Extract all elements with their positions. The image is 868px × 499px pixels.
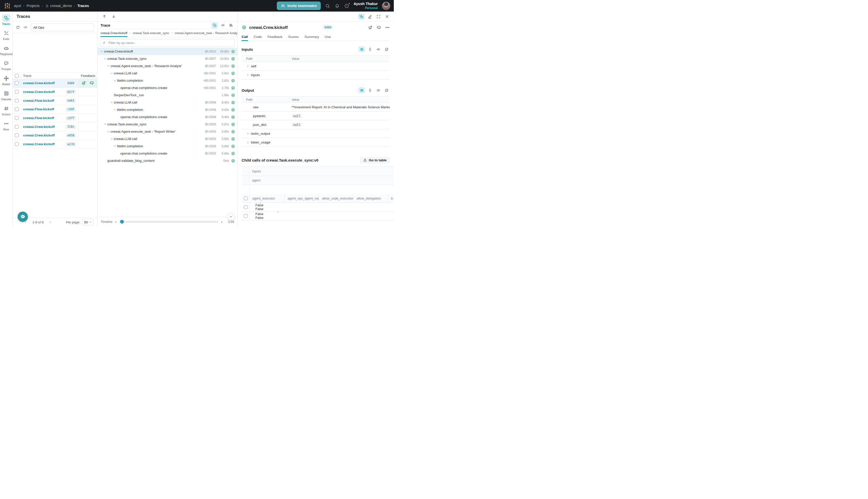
fullscreen-icon[interactable] xyxy=(375,14,382,20)
row-checkbox[interactable] xyxy=(15,90,18,94)
table-row[interactable]: crewai.Crew.kickoff 657f xyxy=(13,88,97,97)
trace-crumb-tab[interactable]: crewai.Task.execute_sync xyxy=(133,29,169,37)
row-checkbox[interactable] xyxy=(244,205,248,209)
trace-tree-icon[interactable] xyxy=(358,14,365,20)
chevron-right-icon[interactable] xyxy=(246,64,249,68)
chevron-right-icon[interactable] xyxy=(246,141,249,144)
table-row[interactable]: crewai.Flow.kickoff c5ff xyxy=(13,114,97,123)
search-icon[interactable] xyxy=(325,3,330,9)
row-checkbox[interactable] xyxy=(15,125,18,129)
span-tree-row[interactable]: crewai.LLM.call <$0.0001 2.82s xyxy=(97,70,237,77)
chevron-down-icon[interactable] xyxy=(110,137,113,141)
trace-link[interactable]: crewai.Crew.kickoff xyxy=(23,142,55,146)
chevron-down-icon[interactable] xyxy=(110,101,113,104)
close-icon[interactable] xyxy=(384,14,390,20)
span-tree-row[interactable]: guardrail-validate_blog_content 0ms xyxy=(97,157,237,164)
table-row[interactable]: 'Report Writer'FalseFalse'E xyxy=(242,203,394,211)
span-tree-row[interactable]: litellm.completion $0.0006 9.40s xyxy=(97,106,237,113)
span-tree-row[interactable]: litellm.completion $0.0003 5.84s xyxy=(97,143,237,150)
span-tree-row[interactable]: crewai.Agent.execute_task - 'Report Writ… xyxy=(97,128,237,135)
inputs-code-view-icon[interactable] xyxy=(375,46,382,52)
row-checkbox[interactable] xyxy=(15,142,18,146)
per-page-select[interactable]: 50 xyxy=(82,219,94,226)
trace-link[interactable]: crewai.Flow.kickoff xyxy=(23,116,54,120)
trace-link[interactable]: crewai.Crew.kickoff xyxy=(23,90,55,94)
user-avatar[interactable] xyxy=(382,2,390,10)
user-menu[interactable]: Ayush Thakur Personal xyxy=(354,2,378,10)
span-tree-row[interactable]: SerperDevTool._run 1.66s xyxy=(97,92,237,99)
row-checkbox[interactable] xyxy=(15,99,18,102)
tab-call[interactable]: Call xyxy=(241,33,248,41)
span-tree-row[interactable]: crewai.LLM.call $0.0003 5.85s xyxy=(97,135,237,143)
comment-icon[interactable] xyxy=(89,81,94,85)
op-filter-input[interactable] xyxy=(109,41,232,45)
inputs-expand-rows-icon[interactable] xyxy=(367,46,373,52)
output-code-view-icon[interactable] xyxy=(375,87,382,93)
table-row[interactable]: crewai.Flow.kickoff eab1 xyxy=(13,96,97,105)
chevron-right-icon[interactable] xyxy=(246,73,249,77)
row-checkbox[interactable] xyxy=(15,116,18,120)
trace-link[interactable]: crewai.Crew.kickoff xyxy=(23,133,55,137)
tab-use[interactable]: Use xyxy=(325,33,331,41)
output-list-view-icon[interactable] xyxy=(358,87,365,93)
span-tree-row[interactable]: crewai.Crew.kickoff $0.0010 19.83s xyxy=(97,48,237,55)
breadcrumb-entity[interactable]: ayut xyxy=(14,4,21,8)
ops-filter-dropdown[interactable]: All Ops xyxy=(30,24,94,31)
table-row[interactable]: crewai.Crew.kickoff 9d89 xyxy=(13,79,97,88)
trace-crumb-tab[interactable]: crewai.Agent.execute_task - 'Research An… xyxy=(175,29,237,37)
span-tree-row[interactable]: openai.chat.completions.create <$0.0001 … xyxy=(97,84,237,92)
row-checkbox[interactable] xyxy=(15,133,18,137)
code-icon[interactable] xyxy=(220,22,226,28)
table-row[interactable]: crewai.Crew.kickoff e058 xyxy=(13,131,97,140)
breadcrumb-projects[interactable]: Projects xyxy=(26,4,39,8)
timeline-prev-icon[interactable]: ‹ xyxy=(115,220,116,224)
span-tree-row[interactable]: openai.chat.completions.create $0.0006 9… xyxy=(97,113,237,121)
add-reaction-icon[interactable] xyxy=(82,81,86,85)
row-checkbox[interactable] xyxy=(15,81,18,85)
sidebar-item-more[interactable]: More xyxy=(0,120,13,135)
tab-code[interactable]: Code xyxy=(254,33,262,41)
output-expand-rows-icon[interactable] xyxy=(367,87,373,93)
trace-link[interactable]: crewai.Crew.kickoff xyxy=(23,81,55,85)
table-row[interactable]: 'Research Analyst'FalseFalse'E xyxy=(242,211,394,220)
span-tree-row[interactable]: crewai.Task.execute_sync $0.0003 5.87s xyxy=(97,121,237,128)
span-tree-row[interactable]: crewai.Agent.execute_task - 'Research An… xyxy=(97,62,237,70)
flame-graph-icon[interactable] xyxy=(228,22,234,28)
chevron-down-icon[interactable] xyxy=(107,130,110,133)
invite-teammates-button[interactable]: Invite teammates xyxy=(277,1,321,10)
trace-link[interactable]: crewai.Flow.kickoff xyxy=(23,107,54,111)
chevron-right-icon[interactable] xyxy=(246,132,249,135)
add-reaction-icon[interactable] xyxy=(368,25,373,30)
arrow-up-icon[interactable] xyxy=(102,14,107,19)
comment-icon[interactable] xyxy=(376,25,381,30)
trace-crumb-tab[interactable]: crewai.Crew.kickoff xyxy=(100,29,127,37)
span-tree-row[interactable]: crewai.LLM.call $0.0006 9.40s xyxy=(97,99,237,106)
arrow-down-icon[interactable] xyxy=(112,14,116,19)
tab-scores[interactable]: Scores xyxy=(288,33,299,41)
sidebar-item-scorers[interactable]: Scorers xyxy=(0,105,13,120)
more-icon[interactable] xyxy=(385,25,390,30)
sidebar-item-datasets[interactable]: Datasets xyxy=(0,89,13,105)
select-all-checkbox[interactable] xyxy=(244,196,248,200)
table-row[interactable]: crewai.Crew.kickoff a17d xyxy=(13,140,97,149)
chevron-down-icon[interactable] xyxy=(110,72,113,75)
support-chat-button[interactable] xyxy=(17,211,28,222)
help-icon[interactable]: ? xyxy=(344,3,349,9)
go-to-table-button[interactable]: Go to table xyxy=(360,157,390,163)
span-tree-row[interactable]: crewai.Task.execute_sync $0.0007 13.92s xyxy=(97,55,237,62)
span-tree-row[interactable]: litellm.completion <$0.0001 2.82s xyxy=(97,77,237,84)
select-all-checkbox[interactable] xyxy=(15,74,18,78)
timeline-slider-thumb[interactable] xyxy=(120,220,124,223)
sidebar-item-models[interactable]: Models xyxy=(0,74,13,89)
chevron-down-icon[interactable] xyxy=(100,50,103,53)
sidebar-item-playground[interactable]: Playground xyxy=(0,44,13,59)
row-checkbox[interactable] xyxy=(15,107,18,111)
breadcrumb-project[interactable]: crewai_demo xyxy=(50,4,72,8)
call-id-badge[interactable]: 9d89 xyxy=(322,25,333,30)
timeline-slider[interactable] xyxy=(119,221,218,223)
refresh-icon[interactable] xyxy=(15,25,20,30)
chevron-down-icon[interactable] xyxy=(103,123,107,126)
edit-pencil-icon[interactable] xyxy=(367,14,373,20)
span-tree-row[interactable]: openai.chat.completions.create $0.0003 5… xyxy=(97,150,237,157)
wandb-logo-icon[interactable] xyxy=(3,2,11,10)
